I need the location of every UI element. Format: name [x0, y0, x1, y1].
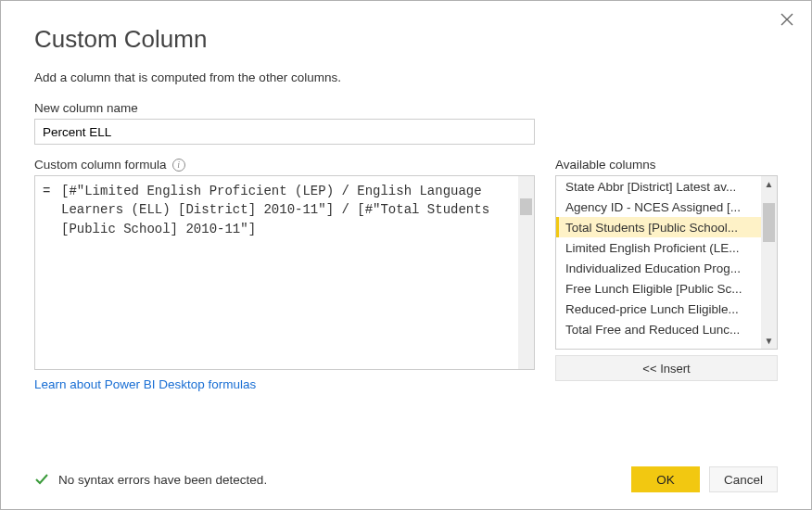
formula-scrollbar[interactable] [518, 176, 534, 369]
available-column-item[interactable]: Total Free and Reduced Lunc... [556, 319, 777, 339]
available-columns-list: State Abbr [District] Latest av...Agency… [555, 175, 778, 350]
scroll-down-icon[interactable]: ▼ [765, 333, 774, 349]
available-column-item[interactable]: Limited English Proficient (LE... [556, 237, 777, 258]
available-column-item[interactable]: Individualized Education Prog... [556, 258, 777, 278]
dialog-title: Custom Column [34, 25, 778, 54]
available-column-item[interactable]: Total Students [Public School... [556, 217, 777, 237]
cancel-button[interactable]: Cancel [709, 466, 778, 492]
status-text: No syntax errors have been detected. [58, 473, 267, 487]
scrollbar-thumb[interactable] [763, 203, 775, 242]
available-column-item[interactable]: State Abbr [District] Latest av... [556, 176, 777, 197]
close-icon[interactable] [780, 12, 798, 31]
ok-button[interactable]: OK [631, 466, 700, 492]
formula-input[interactable]: = [#"Limited English Proficient (LEP) / … [34, 175, 535, 370]
available-column-item[interactable]: Free Lunch Eligible [Public Sc... [556, 278, 777, 299]
formula-text: [#"Limited English Proficient (LEP) / En… [61, 182, 515, 238]
available-column-item[interactable]: Agency ID - NCES Assigned [... [556, 197, 777, 217]
new-column-name-input[interactable] [34, 119, 535, 145]
custom-column-dialog: Custom Column Add a column that is compu… [0, 0, 812, 510]
new-column-name-label: New column name [34, 101, 778, 115]
dialog-subtitle: Add a column that is computed from the o… [34, 70, 778, 84]
check-icon [34, 472, 49, 487]
available-column-item[interactable]: Reduced-price Lunch Eligible... [556, 299, 777, 319]
info-icon[interactable]: i [172, 159, 185, 172]
available-columns-label: Available columns [555, 158, 778, 172]
learn-link[interactable]: Learn about Power BI Desktop formulas [34, 377, 256, 391]
insert-button[interactable]: << Insert [555, 355, 778, 381]
scrollbar-thumb[interactable] [520, 198, 532, 215]
status-row: No syntax errors have been detected. [34, 472, 267, 487]
available-scrollbar[interactable]: ▲ ▼ [761, 176, 777, 349]
formula-prefix: = [43, 182, 50, 200]
scroll-up-icon[interactable]: ▲ [765, 176, 774, 192]
formula-label: Custom column formula [34, 158, 167, 172]
